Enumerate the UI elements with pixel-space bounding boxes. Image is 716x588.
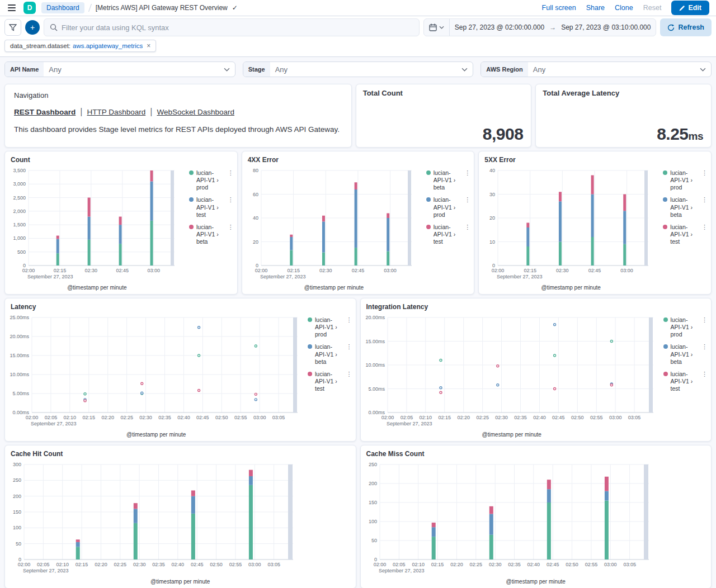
legend-actions-icon[interactable]: ⋮ — [228, 169, 234, 191]
legend-color-dot — [189, 225, 194, 229]
svg-text:02:10: 02:10 — [419, 415, 432, 420]
date-range-end[interactable]: Sep 27, 2023 @ 03:10:00.000 — [556, 23, 656, 31]
svg-text:03:00: 03:00 — [147, 268, 160, 273]
clone-button[interactable]: Clone — [615, 4, 633, 12]
legend-color-dot — [663, 225, 667, 229]
svg-text:50: 50 — [371, 538, 376, 543]
point-series[interactable] — [84, 326, 257, 402]
breadcrumb-dashboard[interactable]: Dashboard — [41, 2, 84, 13]
refresh-button[interactable]: Refresh — [660, 18, 712, 36]
svg-text:02:10: 02:10 — [412, 562, 425, 567]
kql-search-input[interactable] — [62, 23, 413, 32]
bar-series[interactable] — [76, 470, 253, 559]
legend-item[interactable]: lucian-API-V1 › prod⋮ — [663, 316, 708, 338]
legend-actions-icon[interactable]: ⋮ — [228, 224, 234, 245]
menu-button[interactable] — [0, 0, 23, 16]
x-axis-title: @timestamp per minute — [479, 283, 663, 291]
metric-title: Total Count — [363, 89, 525, 97]
control-label: API Name — [5, 62, 44, 77]
svg-text:03:00: 03:00 — [609, 415, 621, 420]
5xx-error-chart[interactable]: 01020304002:0002:1502:3002:4503:00Septem… — [479, 165, 663, 283]
point-series[interactable] — [440, 324, 613, 394]
count-chart[interactable]: 05001,0001,5002,0002,5003,0003,50002:000… — [5, 165, 189, 283]
legend-item[interactable]: lucian-API-V1 › prod⋮ — [308, 316, 352, 338]
legend-item[interactable]: lucian-API-V1 › test⋮ — [426, 224, 471, 245]
legend-actions-icon[interactable]: ⋮ — [464, 196, 470, 218]
kql-query-input-box[interactable] — [44, 18, 420, 36]
legend-actions-icon[interactable]: ⋮ — [701, 196, 708, 218]
legend-item[interactable]: lucian-API-V1 › beta⋮ — [308, 343, 352, 365]
link-http-dashboard[interactable]: HTTP Dashboard — [87, 108, 145, 116]
bar-series[interactable] — [527, 176, 626, 266]
filter-menu-button[interactable] — [4, 19, 21, 36]
legend-item[interactable]: lucian-API-V1 › beta⋮ — [663, 196, 708, 218]
remove-filter-icon[interactable]: × — [147, 42, 150, 50]
metric-number: 8,908 — [483, 125, 524, 143]
legend-item[interactable]: lucian-API-V1 › beta⋮ — [189, 224, 234, 245]
legend-color-dot — [663, 344, 668, 349]
legend-actions-icon[interactable]: ⋮ — [346, 371, 352, 392]
legend-actions-icon[interactable]: ⋮ — [346, 343, 352, 365]
svg-text:03:00: 03:00 — [253, 415, 266, 420]
legend-item[interactable]: lucian-API-V1 › test⋮ — [663, 224, 708, 245]
svg-text:5.00ms: 5.00ms — [368, 386, 385, 392]
link-websocket-dashboard[interactable]: WebSocket Dashboard — [157, 108, 234, 116]
control-aws-region[interactable]: AWS Region Any — [481, 61, 712, 77]
svg-text:500: 500 — [17, 249, 26, 255]
bar-series[interactable] — [56, 170, 153, 265]
link-separator: | — [150, 107, 152, 117]
filter-pill[interactable]: data_stream.dataset: aws.apigateway_metr… — [4, 40, 156, 52]
cache-hit-count-chart[interactable]: 05010015020025030002:0002:0502:1002:1502… — [5, 459, 356, 577]
legend-item[interactable]: lucian-API-V1 › prod⋮ — [663, 169, 708, 191]
legend-label: lucian-API-V1 › beta — [196, 224, 225, 245]
legend-actions-icon[interactable]: ⋮ — [228, 196, 234, 218]
legend-label: lucian-API-V1 › prod — [196, 169, 225, 191]
legend-actions-icon[interactable]: ⋮ — [701, 169, 708, 191]
cache-miss-count-chart[interactable]: 05010015020025002:0002:0502:1002:1502:20… — [361, 459, 712, 577]
hamburger-icon — [8, 4, 16, 11]
bar-series[interactable] — [290, 182, 389, 265]
panel-latency: Latency 0.00ms5.00ms10.00ms15.00ms20.00m… — [4, 298, 356, 442]
legend-actions-icon[interactable]: ⋮ — [346, 316, 352, 338]
legend-actions-icon[interactable]: ⋮ — [701, 371, 708, 392]
4xx-error-chart[interactable]: 02040608002:0002:1502:3002:4503:00Septem… — [242, 165, 426, 283]
metric-value: 8.25ms — [657, 125, 703, 144]
legend-item[interactable]: lucian-API-V1 › beta⋮ — [663, 343, 708, 365]
legend-color-dot — [426, 225, 431, 229]
edit-button[interactable]: Edit — [671, 1, 709, 15]
legend-actions-icon[interactable]: ⋮ — [701, 343, 708, 365]
legend-actions-icon[interactable]: ⋮ — [464, 169, 470, 191]
panel-integration-latency: Integration Latency 0.00ms5.00ms10.00ms1… — [360, 298, 712, 442]
latency-chart[interactable]: 0.00ms5.00ms10.00ms15.00ms20.00ms25.00ms… — [5, 312, 308, 430]
reset-button[interactable]: Reset — [643, 4, 662, 12]
legend-item[interactable]: lucian-API-V1 › test⋮ — [663, 371, 708, 392]
link-rest-dashboard[interactable]: REST Dashboard — [14, 108, 76, 116]
svg-text:02:10: 02:10 — [64, 415, 77, 420]
partial-bucket-bar — [649, 317, 653, 412]
legend-item[interactable]: lucian-API-V1 › beta⋮ — [426, 169, 471, 191]
legend-actions-icon[interactable]: ⋮ — [464, 224, 470, 245]
share-button[interactable]: Share — [586, 4, 605, 12]
saved-check-icon: ✓ — [232, 4, 238, 12]
date-picker-calendar-button[interactable] — [424, 19, 450, 36]
legend-actions-icon[interactable]: ⋮ — [701, 316, 708, 338]
breadcrumb-current-title[interactable]: [Metrics AWS] API Gateway REST Overview — [96, 4, 228, 12]
full-screen-button[interactable]: Full screen — [542, 4, 576, 12]
legend-item[interactable]: lucian-API-V1 › prod⋮ — [189, 169, 234, 191]
add-filter-button[interactable]: + — [25, 20, 40, 35]
svg-text:250: 250 — [368, 462, 376, 467]
space-avatar[interactable]: D — [23, 2, 36, 14]
panel-cache-hit-count: Cache Hit Count 05010015020025030002:000… — [4, 445, 356, 588]
svg-text:02:50: 02:50 — [215, 415, 228, 420]
legend-item[interactable]: lucian-API-V1 › prod⋮ — [426, 196, 471, 218]
integration-latency-chart[interactable]: 0.00ms5.00ms10.00ms15.00ms20.00ms02:0002… — [361, 312, 663, 430]
date-range-start[interactable]: Sep 27, 2023 @ 02:00:00.000 — [450, 23, 549, 31]
control-api-name[interactable]: API Name Any — [4, 61, 235, 77]
svg-text:10: 10 — [489, 239, 495, 245]
bar-series[interactable] — [431, 477, 608, 559]
svg-text:10.00ms: 10.00ms — [10, 372, 29, 377]
legend-item[interactable]: lucian-API-V1 › test⋮ — [308, 371, 352, 392]
control-stage[interactable]: Stage Any — [243, 61, 474, 77]
legend-item[interactable]: lucian-API-V1 › test⋮ — [189, 196, 234, 218]
legend-actions-icon[interactable]: ⋮ — [701, 224, 708, 245]
